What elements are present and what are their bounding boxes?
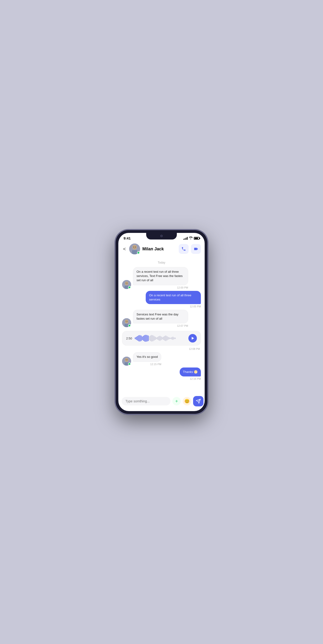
wave-bar-1 bbox=[136, 336, 137, 340]
voice-time: 12:08 PM bbox=[189, 348, 200, 350]
wave-bar-19 bbox=[157, 337, 158, 340]
wave-bar-24 bbox=[163, 336, 164, 340]
svg-point-9 bbox=[126, 283, 126, 283]
wave-bar-20 bbox=[158, 336, 159, 340]
contact-name: Milan Jack bbox=[142, 246, 176, 252]
add-attachment-button[interactable]: + bbox=[172, 397, 181, 406]
svg-rect-2 bbox=[132, 250, 137, 254]
video-call-button[interactable] bbox=[191, 244, 201, 254]
wave-bar-2 bbox=[137, 336, 138, 340]
phone-icon bbox=[181, 246, 186, 251]
msg-bubble-5: Yes it's so good bbox=[133, 352, 161, 362]
voice-message: 2:50 bbox=[122, 331, 201, 346]
msg-bubble-2: On a recent test run of all three servic… bbox=[146, 291, 201, 304]
online-dot-3 bbox=[128, 324, 131, 327]
date-divider: Today bbox=[122, 261, 201, 264]
status-icons bbox=[184, 236, 200, 240]
msg-bubble-6: Thanks 🌕 bbox=[180, 368, 201, 376]
svg-point-10 bbox=[127, 283, 127, 283]
svg-point-12 bbox=[125, 320, 128, 324]
wave-bar-12 bbox=[149, 336, 150, 340]
send-button[interactable] bbox=[193, 396, 204, 406]
msg-content-6: Thanks 🌕 12:16 PM bbox=[180, 368, 201, 380]
msg-time-3: 12:07 PM bbox=[177, 324, 188, 327]
msg-content-1: On a recent test run of all three servic… bbox=[133, 267, 188, 289]
chat-header: < Milan Jack bbox=[118, 242, 205, 257]
msg-time-6: 12:16 PM bbox=[190, 378, 201, 380]
wave-bar-26 bbox=[166, 336, 166, 341]
svg-point-3 bbox=[132, 245, 137, 250]
wave-bar-31 bbox=[172, 337, 172, 340]
voice-duration: 2:50 bbox=[126, 336, 132, 340]
wave-bar-22 bbox=[161, 336, 162, 340]
wave-bar-28 bbox=[168, 337, 168, 340]
voice-message-row: 2:50 12:08 PM bbox=[122, 330, 201, 350]
wave-bar-9 bbox=[146, 335, 146, 342]
wave-bar-32 bbox=[172, 336, 173, 340]
play-button[interactable] bbox=[188, 334, 197, 342]
wave-bar-5 bbox=[141, 336, 142, 341]
input-bar: + 😊 bbox=[118, 394, 205, 411]
wave-bar-11 bbox=[148, 336, 148, 341]
message-row-6: Thanks 🌕 12:16 PM bbox=[122, 368, 201, 380]
wave-bar-13 bbox=[150, 336, 151, 341]
msg-content-5: Yes it's so good 12:15 PM bbox=[133, 352, 161, 365]
notch bbox=[146, 233, 177, 240]
wave-bar-23 bbox=[162, 337, 163, 340]
status-time: 9:41 bbox=[124, 236, 130, 240]
wave-bar-6 bbox=[142, 336, 143, 340]
wave-bar-0 bbox=[135, 337, 136, 339]
signal-bars-icon bbox=[184, 237, 188, 240]
back-button[interactable]: < bbox=[122, 246, 127, 253]
emoji-button[interactable]: 😊 bbox=[183, 397, 191, 406]
phone-shell: 9:41 bbox=[116, 230, 208, 414]
battery-fill bbox=[194, 238, 198, 239]
svg-point-20 bbox=[127, 359, 127, 360]
wave-bar-18 bbox=[156, 337, 157, 339]
svg-point-7 bbox=[125, 282, 128, 285]
svg-point-5 bbox=[135, 246, 136, 248]
wave-bar-33 bbox=[174, 337, 174, 339]
online-dot-1 bbox=[128, 286, 131, 289]
msg-bubble-3: Services text Free was the day fastes se… bbox=[133, 310, 188, 324]
wave-bar-8 bbox=[144, 335, 145, 342]
wave-bar-4 bbox=[140, 335, 140, 342]
wave-bar-16 bbox=[154, 336, 154, 340]
message-row-3: Services text Free was the day fastes se… bbox=[122, 310, 201, 327]
svg-point-15 bbox=[127, 321, 127, 322]
msg-avatar-wrap-1 bbox=[122, 280, 131, 289]
online-dot-5 bbox=[128, 362, 131, 365]
message-row-1: On a recent test run of all three servic… bbox=[122, 267, 201, 289]
msg-time-2: 12:05 PM bbox=[190, 305, 201, 308]
wave-bar-3 bbox=[138, 335, 139, 341]
svg-point-4 bbox=[134, 246, 134, 248]
message-input[interactable] bbox=[122, 397, 170, 406]
wave-bar-7 bbox=[143, 336, 144, 341]
msg-content-3: Services text Free was the day fastes se… bbox=[133, 310, 188, 327]
contact-avatar-wrap bbox=[129, 244, 140, 254]
wave-bar-27 bbox=[167, 336, 168, 340]
video-icon bbox=[194, 246, 198, 251]
battery-icon bbox=[194, 237, 200, 240]
wifi-icon bbox=[189, 236, 192, 240]
svg-point-17 bbox=[125, 358, 128, 362]
wave-bar-14 bbox=[151, 335, 152, 342]
msg-avatar-wrap-5 bbox=[122, 357, 131, 366]
wave-bar-34 bbox=[175, 338, 176, 339]
camera-dot bbox=[160, 235, 163, 237]
msg-avatar-wrap-3 bbox=[122, 318, 131, 327]
call-button[interactable] bbox=[179, 244, 188, 254]
svg-point-19 bbox=[126, 359, 126, 360]
wave-bar-21 bbox=[160, 336, 160, 341]
msg-time-5: 12:15 PM bbox=[150, 363, 161, 366]
wave-bar-29 bbox=[169, 337, 170, 339]
wave-bar-15 bbox=[152, 335, 153, 341]
msg-time-1: 12:00 PM bbox=[177, 286, 188, 289]
waveform bbox=[135, 334, 186, 342]
svg-point-14 bbox=[126, 321, 126, 322]
message-row-2: On a recent test run of all three servic… bbox=[122, 291, 201, 308]
chat-area: Today bbox=[118, 257, 205, 394]
wave-bar-17 bbox=[155, 336, 156, 340]
msg-content-2: On a recent test run of all three servic… bbox=[146, 291, 201, 308]
message-row-5: Yes it's so good 12:15 PM bbox=[122, 352, 201, 365]
